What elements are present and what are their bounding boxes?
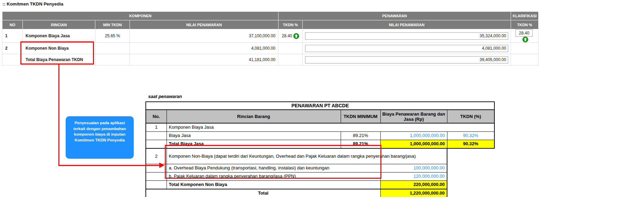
cell-biaya: 1,220,000,000.00 <box>380 189 447 197</box>
saat-penawaran-label: saat penawaran <box>148 94 182 99</box>
cell-empty <box>447 189 494 197</box>
cell-biaya: 100,000,000.00 <box>380 164 447 173</box>
cell-tkdn-pct <box>278 54 303 66</box>
cell-penawaran-input <box>303 43 511 54</box>
row-biaya-jasa: Biaya Jasa 89.21% 1,000,000,000.00 90.32… <box>146 132 494 140</box>
tkdn-up-arrow-icon[interactable] <box>293 33 299 39</box>
klarifikasi-up-arrow-icon[interactable] <box>522 37 528 42</box>
penawaran-nilai-input[interactable] <box>305 45 508 52</box>
cell-label: Biaya Jasa <box>167 132 341 140</box>
cell-no <box>146 181 167 189</box>
cell-label: Total Komponen Non Biaya <box>167 181 380 189</box>
callout-note: Penyesuaian pada aplikasi terkait dengan… <box>66 116 134 159</box>
tkdn-pct-value: 28.40 <box>282 33 292 38</box>
cell-no: 1 <box>2 29 23 43</box>
cell-no <box>146 173 167 181</box>
row-total-non-biaya: Total Komponen Non Biaya 220,000,000.00 <box>146 181 494 189</box>
group-header-klarifikasi: KLARIFIKASI <box>511 12 539 20</box>
cell-empty <box>447 164 494 173</box>
total-penawaran-readonly-input <box>305 56 508 63</box>
cell-nilai-penawaran: 37,100,000.00 <box>130 29 278 43</box>
cell-label: Total <box>146 189 380 197</box>
row-total: Total 1,220,000,000.00 <box>146 189 494 197</box>
annotation-arrowhead-icon <box>159 162 164 168</box>
cell-tkdn-pct: 28.40 <box>278 29 303 43</box>
header-biaya-penawaran: Biaya Penawaran Barang dan Jasa (Rp) <box>380 110 447 123</box>
page-title: :: Komitmen TKDN Penyedia <box>2 1 63 7</box>
cell-nilai-penawaran: 41,181,000.00 <box>130 54 278 66</box>
cell-no <box>146 132 167 140</box>
cell-penawaran-input <box>303 29 511 43</box>
cell-no: 2 <box>146 148 167 164</box>
header-no: No. <box>146 110 167 123</box>
cell-no: 2 <box>2 43 23 54</box>
group-header-komponen: KOMPONEN <box>2 12 278 20</box>
cell-empty <box>447 181 494 189</box>
column-header-tkdn-pct: TKDN % <box>278 20 303 29</box>
cell-tkdn-pct: 90.32% <box>447 132 494 140</box>
table-row-komponen-biaya-jasa: 1 Komponen Biaya Jasa 25.65 % 37,100,000… <box>2 29 539 43</box>
column-header-klarifikasi-tkdn-pct: TKDN % <box>511 20 539 29</box>
cell-klarifikasi <box>511 43 539 54</box>
cell-tkdn-min: 89.21% <box>341 132 380 140</box>
cell-rincian: Komponen Biaya Jasa <box>23 29 95 43</box>
annotation-rect-komitmen-rows <box>20 41 94 65</box>
table-header-row: No. Rincian Barang TKDN MINIMUM Biaya Pe… <box>146 110 494 123</box>
table-title-row: PENAWARAN PT ABCDE <box>146 102 494 110</box>
column-header-no: NO <box>2 20 23 29</box>
column-header-nilai-penawaran: NILAI PENAWARAN <box>130 20 278 29</box>
cell-biaya: 120,000,000.00 <box>380 173 447 181</box>
header-rincian-barang: Rincian Barang <box>167 110 341 123</box>
penawaran-nilai-input[interactable] <box>305 32 508 40</box>
cell-no <box>2 54 23 66</box>
annotation-rect-non-biaya-rows <box>165 145 381 179</box>
annotation-connector-horizontal-line <box>58 165 160 166</box>
cell-biaya: 1,000,000,000.00 <box>380 140 447 149</box>
cell-no: 1 <box>146 123 167 132</box>
klarifikasi-tkdn-input[interactable] <box>515 29 533 37</box>
cell-biaya: 1,000,000,000.00 <box>380 132 447 140</box>
row-komponen-biaya-jasa: 1 Komponen Biaya Jasa <box>146 123 494 132</box>
cell-tkdn-pct <box>278 43 303 54</box>
cell-no <box>146 140 167 149</box>
cell-tkdn-pct: 90.32% <box>447 140 494 149</box>
cell-nilai-penawaran: 4,081,000.00 <box>130 43 278 54</box>
column-header-rincian: RINCIAN <box>23 20 95 29</box>
table-title: PENAWARAN PT ABCDE <box>146 102 494 110</box>
annotation-connector-vertical-line <box>58 64 59 166</box>
group-header-penawaran: PENAWARAN <box>278 12 511 20</box>
cell-klarifikasi <box>511 54 539 66</box>
komitmen-tkdn-page: :: Komitmen TKDN Penyedia KOMPONEN PENAW… <box>0 0 644 197</box>
cell-empty <box>447 173 494 181</box>
cell-penawaran-input <box>303 54 511 66</box>
cell-biaya: 220,000,000.00 <box>380 181 447 189</box>
cell-min-tkdn: 25.65 % <box>95 29 130 43</box>
column-header-min-tkdn: MIN TKDN <box>95 20 130 29</box>
header-tkdn-minimum: TKDN MINIMUM <box>341 110 380 123</box>
cell-empty <box>447 148 494 164</box>
cell-min-tkdn <box>95 54 130 66</box>
cell-min-tkdn <box>95 43 130 54</box>
column-header-penawaran-nilai: NILAI PENAWARAN <box>303 20 511 29</box>
cell-label: Komponen Biaya Jasa <box>167 123 494 132</box>
header-tkdn-pct: TKDN (%) <box>447 110 494 123</box>
cell-klarifikasi <box>511 29 539 43</box>
